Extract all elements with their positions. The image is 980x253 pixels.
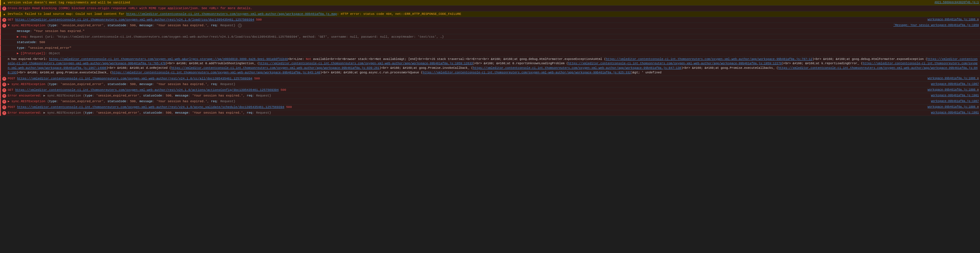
console-row-error-encountered-1: ✕ Error encountered: ▶ sync.RESTExceptio… <box>0 93 980 99</box>
row-source[interactable]: workspace-99b461af0a.js:1886 ⚙ <box>928 76 979 80</box>
error-icon: ✕ <box>2 23 6 28</box>
console-sub-req[interactable]: ▶ req: Request {uri: 'https://xmleditor.… <box>0 34 980 40</box>
row-text: ▶ sync.RESTException {type: 'session_exp… <box>8 82 929 87</box>
console-sub-prototype[interactable]: ▶ [[Prototype]]: Object <box>0 51 980 56</box>
row-source[interactable]: workspace-99b461af0a.js:1901 <box>931 110 979 115</box>
console-row-1: ▲ version value doesn't meet tag require… <box>0 0 980 6</box>
row-source[interactable]: workspace-99b461af0a.js:1886 ⚙ <box>928 18 979 22</box>
stack-trace-text: n has expired.<br>Url: https://xmleditor… <box>8 57 979 75</box>
row-text: ▶ sync.RESTException {type: 'session_exp… <box>8 99 929 104</box>
row-text: Error encountered: ▶ sync.RESTException … <box>8 93 929 98</box>
error-icon: ✕ <box>2 111 6 115</box>
sub-text: message: "Your session has expired." <box>12 29 85 34</box>
console-row-2: ✕ Cross-Origin Read Blocking (CORB) bloc… <box>0 6 980 11</box>
sub-text: type: "session_expired_error" <box>12 46 71 51</box>
console-row-error-encountered-2: ✕ Error encountered: ▶ sync.RESTExceptio… <box>0 110 980 116</box>
sub-text: statusCode: 500 <box>12 40 45 45</box>
error-icon: ✕ <box>2 94 6 98</box>
error-icon: ✕ <box>2 88 6 93</box>
row-source[interactable]: 'Message: Your sessio workspace-99b461af… <box>893 23 979 27</box>
row-source[interactable]: 4921.5869eec843826f4b.js:1 <box>934 0 979 5</box>
row-source[interactable]: workspace-99b461af0a.js:1886 ⚙ <box>928 88 979 92</box>
error-icon: ✕ <box>2 82 6 87</box>
console-row-post-2: ✕ POST https://xmleditor.contentconsole-… <box>0 104 980 110</box>
row-text: GET https://xmleditor.contentconsole-ci.… <box>8 18 925 22</box>
warning-icon: ▲ <box>2 12 6 16</box>
row-text: DevTools failed to load source map: Coul… <box>8 12 979 16</box>
error-icon: ✕ <box>2 99 6 104</box>
console-sub-statuscode: statusCode: 500 <box>0 40 980 45</box>
console-row-post-1: ✕ POST https://xmleditor.contentconsole-… <box>0 76 980 82</box>
console-row-stack-trace: n has expired.<br>Url: https://xmleditor… <box>0 56 980 76</box>
error-icon: ✕ <box>2 6 6 11</box>
error-icon: ✕ <box>2 105 6 110</box>
row-text: Error encountered: ▶ sync.RESTException … <box>8 110 929 115</box>
console-row-rest-exception-1[interactable]: ✕ ▼ sync.RESTException {type: 'session_e… <box>0 23 980 29</box>
row-source[interactable]: workspace-99b461af0a.js:1967 <box>931 99 979 103</box>
console-row-rest-exception-2[interactable]: ✕ ▶ sync.RESTException {type: 'session_e… <box>0 82 980 87</box>
row-source[interactable]: workspace-99b461af0a.js:1886 ⚙ <box>928 105 979 109</box>
row-text: Cross-Origin Read Blocking (CORB) blocke… <box>8 6 979 11</box>
sub-text: ▶ [[Prototype]]: Object <box>12 51 60 56</box>
console-sub-type: type: "session_expired_error" <box>0 45 980 51</box>
row-text: POST https://xmleditor.contentconsole-ci… <box>8 105 925 110</box>
row-text: GET https://xmleditor.contentconsole-ci.… <box>8 88 925 93</box>
warning-icon: ▲ <box>2 0 6 5</box>
console-row-get-2: ✕ GET https://xmleditor.contentconsole-c… <box>0 87 980 93</box>
row-source[interactable]: workspace-99b461af0a.js:1967 <box>931 82 979 86</box>
row-text: version value doesn't meet tag requireme… <box>8 0 932 5</box>
sub-text: ▶ req: Request {uri: 'https://xmleditor.… <box>12 35 444 39</box>
console-row-rest-exception-3[interactable]: ✕ ▶ sync.RESTException {type: 'session_e… <box>0 99 980 104</box>
console-row-3: ▲ DevTools failed to load source map: Co… <box>0 11 980 17</box>
error-icon: ✕ <box>2 18 6 22</box>
console-row-get-1: ✕ GET https://xmleditor.contentconsole-c… <box>0 17 980 23</box>
console-panel: ▲ version value doesn't meet tag require… <box>0 0 980 253</box>
row-source[interactable]: workspace-99b461af0a.js:1901 <box>931 93 979 98</box>
row-text: POST https://xmleditor.contentconsole-ci… <box>8 76 925 81</box>
row-text: ▼ sync.RESTException {type: 'session_exp… <box>8 23 891 28</box>
error-icon: ✕ <box>2 77 6 81</box>
console-sub-message: message: "Your session has expired." <box>0 29 980 34</box>
